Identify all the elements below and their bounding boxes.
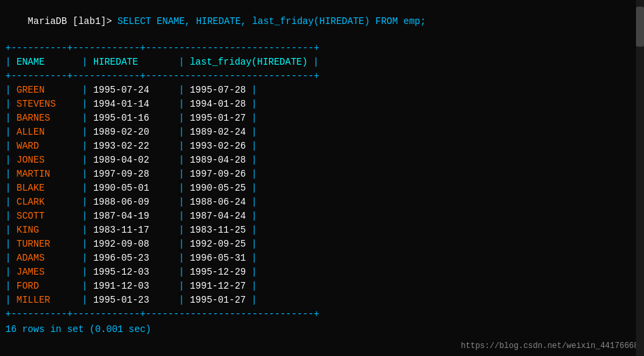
border-mid1: | (82, 279, 93, 293)
border-mid1: | (82, 167, 93, 181)
cell-ename: CLARK (17, 195, 82, 209)
border-mid2: | (179, 111, 190, 125)
scrollbar-thumb[interactable] (636, 7, 644, 47)
table-row: | BARNES| 1995-01-16| 1995-01-27 | (0, 111, 644, 125)
table-row: | ADAMS| 1996-05-23| 1996-05-31 | (0, 251, 644, 265)
cell-ename: ADAMS (17, 251, 82, 265)
border-mid1: | (82, 111, 93, 125)
border-mid2: | (179, 139, 190, 153)
border-right: | (246, 195, 257, 209)
table-row: | WARD| 1993-02-22| 1993-02-26 | (0, 139, 644, 153)
border-mid2: | (179, 251, 190, 265)
border-left: | (5, 111, 17, 125)
cell-hiredate: 1995-12-03 (93, 265, 179, 279)
border-mid1: | (82, 139, 93, 153)
border-mid1: | (82, 251, 93, 265)
summary-line: 16 rows in set (0.001 sec) (0, 321, 644, 337)
border-right: | (246, 83, 257, 97)
border-mid1: | (82, 237, 93, 251)
cell-hiredate: 1995-07-24 (93, 83, 179, 97)
table-row: | CLARK| 1988-06-09| 1988-06-24 | (0, 195, 644, 209)
sql-command: SELECT ENAME, HIREDATE, last_friday(HIRE… (117, 16, 426, 27)
border-left: | (5, 209, 17, 223)
cell-hiredate: 1983-11-17 (93, 223, 179, 237)
border-mid2: | (179, 293, 190, 307)
header-hiredate: HIREDATE (93, 55, 179, 69)
cell-hiredate: 1997-09-28 (93, 167, 179, 181)
cell-last-friday: 1994-01-28 (190, 97, 246, 111)
border-mid2: | (179, 167, 190, 181)
border-mid2: | (179, 125, 190, 139)
cell-last-friday: 1992-09-25 (190, 237, 246, 251)
cell-last-friday: 1983-11-25 (190, 223, 246, 237)
border-right: | (308, 55, 319, 69)
border-left: | (5, 153, 17, 167)
border-right: | (246, 139, 257, 153)
border-right: | (246, 181, 257, 195)
cell-hiredate: 1991-12-03 (93, 279, 179, 293)
border-mid2: | (179, 83, 190, 97)
cell-hiredate: 1990-05-01 (93, 181, 179, 195)
url-label: https://blog.csdn.net/weixin_44176668 (461, 341, 639, 351)
cell-last-friday: 1990-05-25 (190, 181, 246, 195)
border-right: | (246, 293, 257, 307)
border-right: | (246, 251, 257, 265)
table-row: | MARTIN| 1997-09-28| 1997-09-26 | (0, 167, 644, 181)
border-mid2: | (179, 181, 190, 195)
cell-ename: TURNER (17, 237, 82, 251)
border-left: | (5, 97, 17, 111)
border-mid1: | (82, 125, 93, 139)
cell-ename: FORD (17, 279, 82, 293)
cell-ename: JAMES (17, 265, 82, 279)
border-left: | (5, 223, 17, 237)
table-header-row: | ENAME | HIREDATE | last_friday(HIREDAT… (0, 55, 644, 69)
border-right: | (246, 265, 257, 279)
data-rows-container: | GREEN| 1995-07-24| 1995-07-28 || STEVE… (0, 83, 644, 307)
table-row: | ALLEN| 1989-02-20| 1989-02-24 | (0, 125, 644, 139)
border-right: | (246, 209, 257, 223)
cell-hiredate: 1989-02-20 (93, 125, 179, 139)
border-mid2: | (179, 279, 190, 293)
cell-last-friday: 1989-04-28 (190, 153, 246, 167)
border-mid1: | (82, 209, 93, 223)
cell-last-friday: 1995-12-29 (190, 265, 246, 279)
cell-last-friday: 1995-01-27 (190, 293, 246, 307)
border-right: | (246, 125, 257, 139)
cell-hiredate: 1992-09-08 (93, 237, 179, 251)
border-left: | (5, 181, 17, 195)
cell-ename: ALLEN (17, 125, 82, 139)
table-row: | SCOTT| 1987-04-19| 1987-04-24 | (0, 209, 644, 223)
scrollbar[interactable] (636, 0, 644, 356)
cell-ename: JONES (17, 153, 82, 167)
cell-last-friday: 1987-04-24 (190, 209, 246, 223)
cell-ename: BLAKE (17, 181, 82, 195)
table-row: | FORD| 1991-12-03| 1991-12-27 | (0, 279, 644, 293)
cell-hiredate: 1996-05-23 (93, 251, 179, 265)
border-left: | (5, 83, 17, 97)
cell-last-friday: 1989-02-24 (190, 125, 246, 139)
border-mid2: | (179, 97, 190, 111)
border-mid2: | (179, 265, 190, 279)
border-right: | (246, 237, 257, 251)
cell-hiredate: 1993-02-22 (93, 139, 179, 153)
cell-ename: STEVENS (17, 97, 82, 111)
border-mid1: | (82, 265, 93, 279)
header-ename: ENAME (17, 55, 82, 69)
border-mid1: | (82, 97, 93, 111)
border-left: | (5, 125, 17, 139)
table-row: | JAMES| 1995-12-03| 1995-12-29 | (0, 265, 644, 279)
table-row: | STEVENS| 1994-01-14| 1994-01-28 | (0, 97, 644, 111)
cell-hiredate: 1994-01-14 (93, 97, 179, 111)
cell-last-friday: 1993-02-26 (190, 139, 246, 153)
table-row: | KING| 1983-11-17| 1983-11-25 | (0, 223, 644, 237)
border-left: | (5, 265, 17, 279)
border-left: | (5, 195, 17, 209)
border-mid1: | (82, 83, 93, 97)
border-mid1: | (82, 55, 93, 69)
border-left: | (5, 167, 17, 181)
border-mid2: | (179, 153, 190, 167)
border-left: | (5, 251, 17, 265)
border-right: | (246, 97, 257, 111)
table-row: | GREEN| 1995-07-24| 1995-07-28 | (0, 83, 644, 97)
cell-last-friday: 1996-05-31 (190, 251, 246, 265)
